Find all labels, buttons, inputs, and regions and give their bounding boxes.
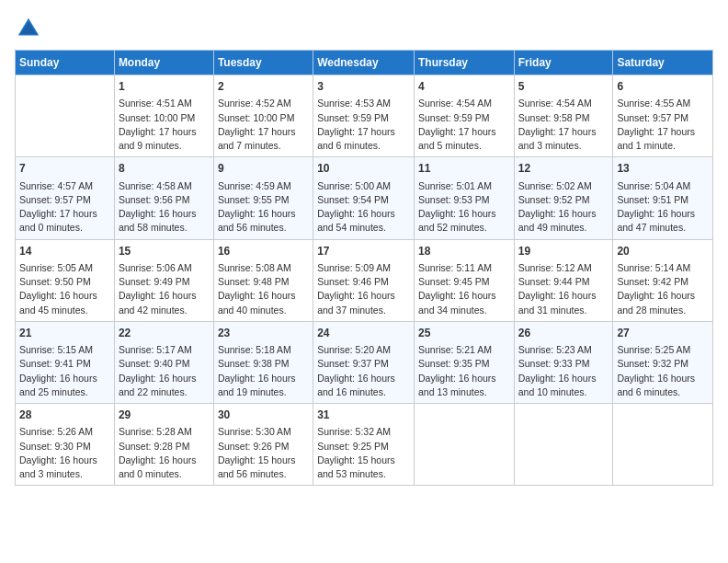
day-info: Daylight: 15 hours — [317, 454, 410, 467]
day-info: Sunrise: 5:15 AM — [19, 343, 110, 357]
day-info: Daylight: 16 hours — [218, 207, 309, 221]
day-info: and 6 minutes. — [617, 385, 709, 399]
day-info: Daylight: 17 hours — [617, 125, 709, 139]
day-info: and 58 minutes. — [119, 221, 210, 235]
day-number: 25 — [418, 326, 510, 341]
day-info: and 49 minutes. — [518, 221, 609, 235]
day-info: Daylight: 16 hours — [317, 372, 410, 385]
day-info: Sunrise: 5:18 AM — [218, 343, 309, 357]
day-info: Sunset: 9:45 PM — [418, 275, 510, 289]
day-info: Sunrise: 4:51 AM — [119, 97, 210, 110]
day-info: Sunset: 9:46 PM — [317, 275, 410, 289]
day-info: and 19 minutes. — [218, 385, 309, 399]
day-info: Sunrise: 5:04 AM — [617, 179, 709, 193]
day-number: 23 — [218, 326, 309, 341]
day-info: Sunrise: 5:28 AM — [119, 425, 210, 439]
day-info: and 37 minutes. — [317, 304, 410, 317]
day-info: Sunrise: 4:57 AM — [19, 179, 110, 193]
day-info: and 6 minutes. — [317, 139, 410, 153]
day-info: Daylight: 16 hours — [617, 372, 709, 385]
day-info: Sunset: 10:00 PM — [218, 111, 309, 125]
day-info: and 28 minutes. — [617, 304, 709, 317]
day-info: Sunset: 9:26 PM — [218, 440, 309, 454]
calendar-cell: 18Sunrise: 5:11 AMSunset: 9:45 PMDayligh… — [414, 239, 514, 321]
calendar-cell: 24Sunrise: 5:20 AMSunset: 9:37 PMDayligh… — [313, 321, 415, 403]
day-number: 16 — [218, 244, 309, 259]
day-info: Sunrise: 5:21 AM — [418, 343, 510, 357]
day-number: 8 — [119, 161, 210, 177]
calendar-cell: 2Sunrise: 4:52 AMSunset: 10:00 PMDayligh… — [213, 75, 313, 157]
week-row-2: 7Sunrise: 4:57 AMSunset: 9:57 PMDaylight… — [16, 157, 713, 239]
day-number: 24 — [317, 326, 410, 341]
day-info: Sunrise: 5:11 AM — [418, 261, 510, 275]
day-info: Sunrise: 5:06 AM — [119, 261, 210, 275]
day-info: Sunrise: 5:17 AM — [119, 343, 210, 357]
day-info: and 16 minutes. — [317, 385, 410, 399]
calendar-cell: 6Sunrise: 4:55 AMSunset: 9:57 PMDaylight… — [613, 75, 713, 157]
calendar-cell: 7Sunrise: 4:57 AMSunset: 9:57 PMDaylight… — [16, 157, 115, 239]
calendar-cell: 23Sunrise: 5:18 AMSunset: 9:38 PMDayligh… — [213, 321, 313, 403]
day-number: 13 — [617, 161, 709, 177]
day-number: 15 — [119, 244, 210, 259]
calendar-cell: 8Sunrise: 4:58 AMSunset: 9:56 PMDaylight… — [114, 157, 213, 239]
day-header-tuesday: Tuesday — [213, 51, 313, 75]
day-info: Sunrise: 4:54 AM — [518, 97, 609, 110]
calendar-cell: 30Sunrise: 5:30 AMSunset: 9:26 PMDayligh… — [213, 404, 313, 486]
calendar-cell: 11Sunrise: 5:01 AMSunset: 9:53 PMDayligh… — [414, 157, 514, 239]
day-info: Daylight: 17 hours — [317, 125, 410, 139]
day-info: Sunset: 9:25 PM — [317, 440, 410, 454]
day-info: Sunset: 9:33 PM — [518, 357, 609, 371]
day-number: 26 — [518, 326, 609, 341]
day-info: Sunset: 9:40 PM — [119, 357, 210, 371]
day-number: 18 — [418, 244, 510, 259]
day-info: Sunset: 9:44 PM — [518, 275, 609, 289]
day-info: Daylight: 16 hours — [617, 207, 709, 221]
day-info: Daylight: 16 hours — [317, 207, 410, 221]
day-info: and 34 minutes. — [418, 304, 510, 317]
day-info: Sunset: 9:28 PM — [119, 440, 210, 454]
day-info: and 22 minutes. — [119, 385, 210, 399]
day-info: Daylight: 15 hours — [218, 454, 309, 467]
day-info: Sunrise: 5:23 AM — [518, 343, 609, 357]
calendar-cell: 27Sunrise: 5:25 AMSunset: 9:32 PMDayligh… — [613, 321, 713, 403]
day-number: 30 — [218, 408, 309, 423]
day-info: and 47 minutes. — [617, 221, 709, 235]
day-info: Sunset: 9:41 PM — [19, 357, 110, 371]
calendar-cell: 1Sunrise: 4:51 AMSunset: 10:00 PMDayligh… — [114, 75, 213, 157]
day-info: Daylight: 16 hours — [19, 454, 110, 467]
day-info: Sunrise: 5:20 AM — [317, 343, 410, 357]
day-info: Sunrise: 5:25 AM — [617, 343, 709, 357]
calendar-cell: 21Sunrise: 5:15 AMSunset: 9:41 PMDayligh… — [16, 321, 115, 403]
calendar-cell: 17Sunrise: 5:09 AMSunset: 9:46 PMDayligh… — [313, 239, 415, 321]
calendar-cell — [613, 404, 713, 486]
day-info: Daylight: 16 hours — [418, 207, 510, 221]
header-row: SundayMondayTuesdayWednesdayThursdayFrid… — [16, 51, 713, 75]
day-info: and 42 minutes. — [119, 304, 210, 317]
day-info: Sunset: 9:30 PM — [19, 440, 110, 454]
day-info: and 9 minutes. — [119, 139, 210, 153]
day-number: 27 — [617, 326, 709, 341]
day-info: Sunset: 9:38 PM — [218, 357, 309, 371]
day-info: Daylight: 16 hours — [518, 372, 609, 385]
day-info: Sunrise: 5:01 AM — [418, 179, 510, 193]
day-number: 19 — [518, 244, 609, 259]
day-info: and 25 minutes. — [19, 385, 110, 399]
day-info: Daylight: 16 hours — [19, 289, 110, 303]
day-info: Daylight: 16 hours — [317, 289, 410, 303]
day-number: 22 — [119, 326, 210, 341]
day-info: Sunrise: 4:58 AM — [119, 179, 210, 193]
day-info: Daylight: 16 hours — [617, 289, 709, 303]
day-info: Sunset: 9:51 PM — [617, 193, 709, 207]
day-header-wednesday: Wednesday — [313, 51, 415, 75]
day-info: Sunset: 9:53 PM — [418, 193, 510, 207]
day-number: 9 — [218, 161, 309, 177]
calendar-cell: 14Sunrise: 5:05 AMSunset: 9:50 PMDayligh… — [16, 239, 115, 321]
day-info: and 0 minutes. — [119, 467, 210, 481]
day-info: Sunset: 9:52 PM — [518, 193, 609, 207]
day-info: Sunset: 9:50 PM — [19, 275, 110, 289]
calendar-cell: 9Sunrise: 4:59 AMSunset: 9:55 PMDaylight… — [213, 157, 313, 239]
day-number: 10 — [317, 161, 410, 177]
day-info: Sunset: 9:56 PM — [119, 193, 210, 207]
calendar-cell: 13Sunrise: 5:04 AMSunset: 9:51 PMDayligh… — [613, 157, 713, 239]
page-header — [15, 15, 713, 42]
